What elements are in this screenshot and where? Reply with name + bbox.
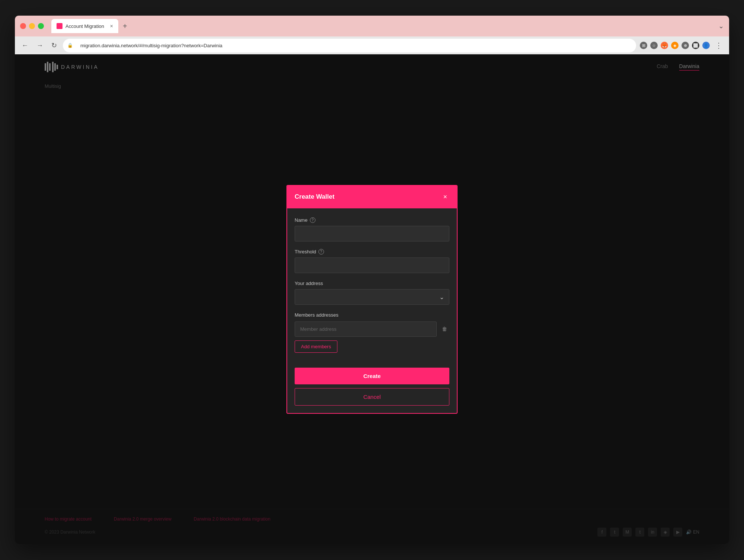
toolbar-icons: ⊞ ☆ 🦊 ◈ ⊕ ⬜ 👤 ⋮ (640, 39, 725, 51)
modal-overlay: Create Wallet × Name ? (15, 54, 729, 544)
bookmark-icon[interactable]: ☆ (650, 42, 658, 49)
active-tab[interactable]: Account Migration × (51, 19, 118, 33)
close-traffic-light[interactable] (20, 23, 26, 29)
create-button[interactable]: Create (295, 368, 449, 384)
tab-bar: Account Migration × + (51, 19, 715, 33)
page-content: DARWINIA Crab Darwinia Multisig Create W… (15, 54, 729, 544)
profile-icon[interactable]: 🦊 (661, 42, 668, 49)
traffic-lights (20, 23, 44, 29)
browser-titlebar: Account Migration × + ⌄ (15, 16, 729, 36)
lock-icon: 🔒 (67, 43, 73, 48)
threshold-label: Threshold ? (295, 249, 449, 255)
tab-favicon (57, 23, 62, 29)
name-form-group: Name ? (295, 217, 449, 241)
members-label: Members addresses (295, 312, 449, 318)
address-form-group: Your address (295, 281, 449, 305)
wallet-icon[interactable]: ◈ (671, 42, 679, 49)
member-row (295, 321, 449, 337)
cancel-button[interactable]: Cancel (295, 388, 449, 406)
add-members-button[interactable]: Add members (295, 340, 337, 353)
your-address-label: Your address (295, 281, 449, 286)
back-button[interactable]: ← (19, 40, 31, 51)
user-avatar-icon[interactable]: 👤 (702, 42, 710, 49)
tab-title: Account Migration (65, 23, 107, 29)
modal-header: Create Wallet × (287, 186, 457, 208)
name-label: Name ? (295, 217, 449, 223)
modal-title: Create Wallet (295, 193, 334, 201)
modal-body: Name ? Threshold ? (287, 208, 457, 413)
members-form-group: Members addresses Add members (295, 312, 449, 360)
maximize-traffic-light[interactable] (38, 23, 44, 29)
threshold-input[interactable] (295, 257, 449, 273)
screen-icon[interactable]: ⬜ (692, 42, 699, 49)
threshold-form-group: Threshold ? (295, 249, 449, 273)
forward-button[interactable]: → (34, 40, 45, 51)
address-bar[interactable] (75, 41, 632, 51)
threshold-info-icon[interactable]: ? (318, 249, 324, 255)
name-input[interactable] (295, 226, 449, 241)
browser-toolbar: ← → ↻ 🔒 ⊞ ☆ 🦊 ◈ ⊕ ⬜ 👤 ⋮ (15, 36, 729, 54)
more-options-button[interactable]: ⋮ (713, 39, 725, 51)
your-address-select[interactable] (295, 289, 449, 305)
new-tab-button[interactable]: + (120, 20, 130, 32)
trash-icon (442, 326, 447, 332)
name-info-icon[interactable]: ? (310, 217, 315, 223)
tab-close-button[interactable]: × (110, 23, 113, 29)
puzzle-icon[interactable]: ⊕ (682, 42, 689, 49)
create-wallet-modal: Create Wallet × Name ? (286, 185, 458, 414)
minimize-traffic-light[interactable] (29, 23, 35, 29)
modal-close-button[interactable]: × (441, 192, 449, 202)
delete-member-button[interactable] (440, 324, 449, 334)
refresh-button[interactable]: ↻ (49, 40, 59, 51)
extensions-icon[interactable]: ⊞ (640, 42, 647, 49)
member-address-input[interactable] (295, 321, 437, 337)
window-maximize-icon[interactable]: ⌄ (718, 22, 724, 30)
address-select-wrapper (295, 289, 449, 305)
browser-window: Account Migration × + ⌄ ← → ↻ 🔒 ⊞ ☆ 🦊 ◈ … (15, 16, 729, 544)
